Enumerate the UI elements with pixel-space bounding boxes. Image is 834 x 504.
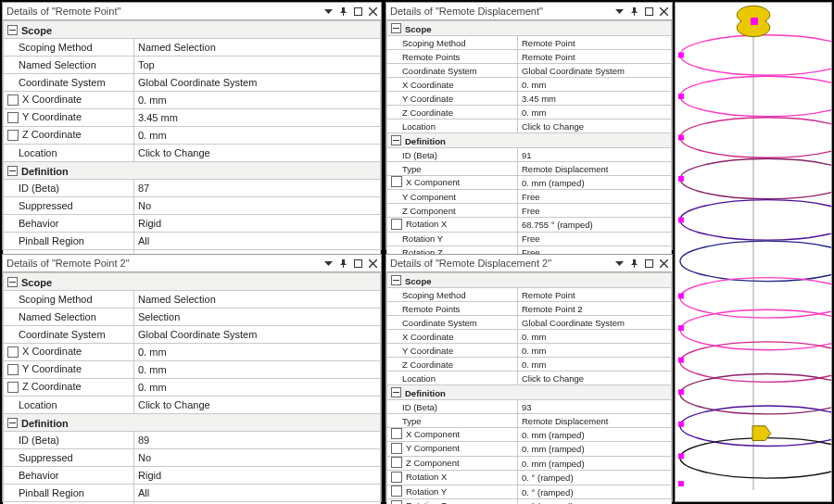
collapse-icon[interactable]	[7, 25, 18, 35]
prop-value[interactable]: Free	[518, 190, 672, 204]
prop-label: ID (Beta)	[4, 432, 134, 449]
table-row: Named SelectionSelection	[4, 309, 381, 326]
prop-value[interactable]: 0. mm	[134, 379, 381, 397]
checkbox[interactable]	[391, 176, 402, 187]
prop-value[interactable]: 0. mm	[518, 106, 672, 120]
model-viewport[interactable]	[675, 2, 832, 502]
prop-value[interactable]: 0. mm	[518, 78, 672, 92]
pin-icon[interactable]	[336, 257, 349, 270]
prop-value[interactable]: 93	[518, 400, 672, 414]
prop-value[interactable]: All	[134, 233, 381, 250]
checkbox[interactable]	[7, 112, 19, 123]
checkbox[interactable]	[391, 472, 402, 483]
prop-value[interactable]: 3.45 mm	[518, 92, 672, 106]
checkbox[interactable]	[7, 130, 19, 141]
checkbox[interactable]	[391, 500, 402, 504]
table-row: X Component0. mm (ramped)	[387, 176, 672, 190]
dropdown-icon[interactable]	[322, 257, 335, 270]
pin-icon[interactable]	[627, 257, 640, 270]
prop-value[interactable]: Click to Change	[518, 120, 672, 133]
prop-value[interactable]: 0. mm	[518, 358, 672, 372]
prop-value[interactable]: 0. mm (ramped)	[518, 442, 672, 456]
checkbox[interactable]	[7, 382, 19, 393]
prop-value[interactable]: Global Coordinate System	[518, 316, 672, 330]
prop-value[interactable]: Click to Change	[134, 145, 381, 162]
prop-value[interactable]: Remote Point	[518, 288, 672, 302]
prop-value[interactable]: Selection	[134, 309, 381, 326]
prop-value[interactable]: Global Coordinate System	[134, 326, 381, 344]
prop-value[interactable]: Free	[518, 204, 672, 218]
prop-value[interactable]: Global Coordinate System	[134, 74, 381, 92]
prop-value[interactable]: 0. mm	[134, 92, 381, 109]
collapse-icon[interactable]	[391, 275, 401, 285]
close-icon[interactable]	[657, 5, 670, 18]
checkbox[interactable]	[7, 364, 19, 375]
prop-value[interactable]: 0. mm	[134, 344, 381, 361]
table-row: Y Coordinate3.45 mm	[387, 92, 672, 106]
checkbox[interactable]	[391, 219, 402, 230]
prop-label: Suppressed	[4, 449, 134, 467]
dropdown-icon[interactable]	[613, 5, 626, 18]
prop-value[interactable]: Remote Displacement	[518, 414, 672, 428]
collapse-icon[interactable]	[391, 135, 401, 145]
collapse-icon[interactable]	[391, 387, 401, 397]
prop-value[interactable]: No	[134, 197, 381, 215]
close-icon[interactable]	[366, 257, 379, 270]
prop-value[interactable]: Remote Point 2	[518, 302, 672, 316]
dropdown-icon[interactable]	[613, 257, 626, 270]
checkbox[interactable]	[391, 485, 402, 497]
table-row: Rotation YFree	[387, 232, 672, 246]
table-row: Rotation X68.755 ° (ramped)	[387, 218, 672, 232]
prop-value[interactable]: Global Coordinate System	[518, 64, 672, 78]
collapse-icon[interactable]	[7, 418, 18, 428]
checkbox[interactable]	[391, 443, 402, 454]
prop-value[interactable]: 0. mm	[134, 361, 381, 379]
pin-icon[interactable]	[627, 5, 640, 18]
prop-value[interactable]: Named Selection	[134, 39, 381, 57]
section-definition: Definition	[405, 136, 446, 146]
prop-value[interactable]: Rigid	[134, 467, 381, 485]
prop-value[interactable]: 0. mm (ramped)	[518, 428, 672, 442]
checkbox[interactable]	[391, 457, 402, 468]
prop-value[interactable]: 91	[518, 148, 672, 162]
prop-value[interactable]: No	[134, 449, 381, 467]
prop-value[interactable]: Named Selection	[134, 291, 381, 309]
collapse-icon[interactable]	[7, 166, 18, 176]
prop-value[interactable]: Remote Displacement	[518, 162, 672, 176]
checkbox[interactable]	[7, 346, 19, 358]
collapse-icon[interactable]	[7, 277, 18, 287]
prop-value[interactable]: 0. ° (ramped)	[518, 471, 672, 485]
checkbox[interactable]	[391, 428, 402, 439]
prop-value[interactable]: Remote Point	[518, 36, 672, 50]
prop-value[interactable]: 0. ° (ramped)	[518, 485, 672, 498]
maximize-icon[interactable]	[351, 5, 364, 18]
prop-value[interactable]: 0. mm (ramped)	[518, 456, 672, 470]
titlebar: Details of "Remote Point"	[3, 3, 381, 20]
close-icon[interactable]	[657, 257, 670, 270]
maximize-icon[interactable]	[642, 257, 655, 270]
prop-value[interactable]: 68.755 ° (ramped)	[518, 218, 672, 232]
prop-value[interactable]: Click to Change	[518, 372, 672, 385]
prop-value[interactable]: 0. mm	[518, 344, 672, 358]
prop-value[interactable]: Click to Change	[134, 397, 381, 414]
collapse-icon[interactable]	[391, 23, 401, 33]
prop-value[interactable]: 0. mm (ramped)	[518, 176, 672, 190]
checkbox[interactable]	[7, 94, 19, 106]
maximize-icon[interactable]	[642, 5, 655, 18]
prop-value[interactable]: Free	[518, 232, 672, 246]
maximize-icon[interactable]	[351, 257, 364, 270]
prop-value[interactable]: 89	[134, 432, 381, 449]
prop-value[interactable]: Rigid	[134, 215, 381, 233]
table-row: ID (Beta)91	[387, 148, 672, 162]
dropdown-icon[interactable]	[322, 5, 335, 18]
prop-value[interactable]: Remote Point	[518, 50, 672, 64]
prop-value[interactable]: 0. mm	[518, 330, 672, 344]
prop-value[interactable]: Top	[134, 57, 381, 74]
prop-value[interactable]: 87	[134, 180, 381, 197]
prop-value[interactable]: 0. mm	[134, 127, 381, 145]
pin-icon[interactable]	[336, 5, 349, 18]
prop-value[interactable]: 0. ° (ramped)	[518, 499, 672, 504]
close-icon[interactable]	[366, 5, 379, 18]
prop-value[interactable]: All	[134, 485, 381, 502]
prop-value[interactable]: 3.45 mm	[134, 109, 381, 127]
